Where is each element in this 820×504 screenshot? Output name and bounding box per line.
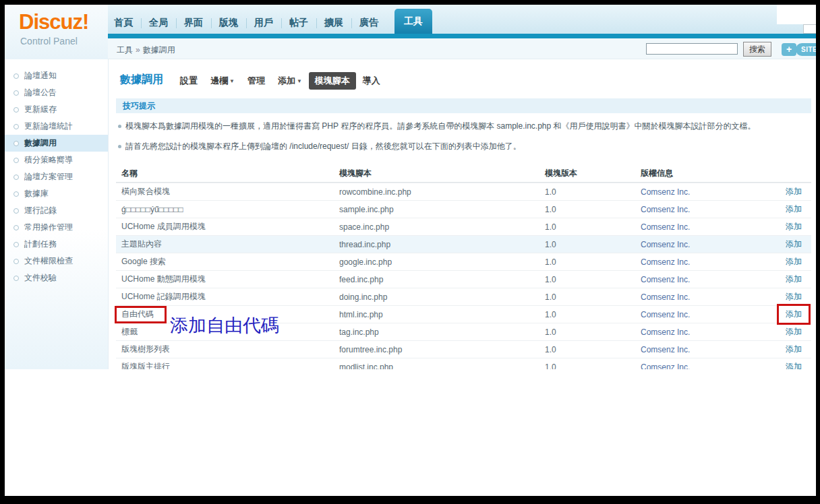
cell-version: 1.0	[545, 327, 641, 337]
cell-script: rowcombine.inc.php	[339, 187, 545, 197]
cell-script: doing.inc.php	[339, 292, 545, 302]
sidebar-item[interactable]: 常用操作管理	[5, 219, 108, 236]
cell-vendor[interactable]: Comsenz Inc.	[641, 363, 742, 370]
breadcrumb: 工具»數據調用	[117, 44, 175, 56]
sidebar-item[interactable]: 計劃任務	[5, 236, 108, 253]
add-link[interactable]: 添加	[742, 291, 811, 303]
add-link[interactable]: 添加	[742, 203, 811, 215]
column-header: 模塊腳本	[339, 168, 545, 179]
add-link[interactable]: 添加	[742, 326, 811, 338]
cell-version: 1.0	[545, 222, 641, 232]
breadcrumb-current: 數據調用	[143, 45, 175, 55]
cell-script: html.inc.php	[339, 310, 545, 319]
cell-vendor[interactable]: Comsenz Inc.	[641, 310, 742, 319]
cell-name: 主題貼內容	[116, 239, 339, 250]
table-row: 橫向聚合模塊rowcombine.inc.php1.0Comsenz Inc.添…	[116, 183, 811, 200]
main-content: 數據調用 設置邊欄▼管理添加▼模塊腳本導入 技巧提示 模塊腳本爲數據調用模塊的一…	[109, 59, 816, 369]
cell-vendor[interactable]: Comsenz Inc.	[641, 327, 742, 337]
search-button[interactable]: 搜索	[743, 42, 771, 57]
sidebar-item[interactable]: 數據庫	[5, 185, 108, 202]
add-link[interactable]: 添加	[742, 361, 811, 369]
nav-tab[interactable]: 帖子	[281, 12, 316, 34]
nav-tab[interactable]: 擴展	[316, 12, 351, 34]
sidebar-item[interactable]: 論壇方案管理	[5, 168, 108, 185]
tip-item: 請首先將您設計的模塊腳本程序上傳到論壇的 /include/request/ 目…	[116, 141, 811, 151]
add-link[interactable]: 添加	[742, 344, 811, 355]
cell-vendor[interactable]: Comsenz Inc.	[641, 240, 742, 249]
menu-item[interactable]: 導入	[357, 72, 386, 90]
menu-item[interactable]: 模塊腳本	[309, 72, 356, 90]
cell-vendor[interactable]: Comsenz Inc.	[641, 222, 742, 232]
cell-script: sample.inc.php	[339, 205, 545, 214]
table-header-row: 名稱模塊腳本模塊版本版權信息	[116, 164, 811, 183]
cell-vendor[interactable]: Comsenz Inc.	[641, 205, 742, 214]
menu-item[interactable]: 管理	[241, 72, 271, 90]
cell-vendor[interactable]: Comsenz Inc.	[641, 275, 742, 284]
sidebar-item[interactable]: 更新論壇統計	[5, 118, 108, 135]
add-link[interactable]: 添加	[742, 274, 811, 285]
table-row: UCHome 動態調用模塊feed.inc.php1.0Comsenz Inc.…	[116, 270, 811, 288]
logo-subtitle: Control Panel	[20, 36, 78, 46]
nav-tab[interactable]: 版塊	[211, 12, 246, 34]
table-row: UCHome 成員調用模塊space.inc.php1.0Comsenz Inc…	[116, 218, 811, 235]
sidebar-item[interactable]: 更新緩存	[5, 101, 108, 118]
add-link[interactable]: 添加	[742, 256, 811, 267]
nav-tab[interactable]: 首頁	[106, 12, 141, 34]
nav-tab[interactable]: 工具	[394, 9, 432, 34]
menu-item-label: 模塊腳本	[315, 75, 350, 86]
menu-item[interactable]: 邊欄▼	[204, 72, 241, 90]
menu-item[interactable]: 設置	[174, 72, 204, 90]
menu-item-label: 邊欄	[210, 75, 228, 86]
cell-version: 1.0	[545, 310, 641, 319]
main-nav: 首頁全局界面版塊用戶帖子擴展廣告工具	[106, 9, 432, 34]
page-title: 數據調用	[120, 73, 163, 87]
menu-item[interactable]: 添加▼	[272, 72, 308, 90]
breadcrumb-bar: 工具»數據調用 搜索 + SITE	[108, 38, 816, 59]
sidebar-item[interactable]: 論壇公告	[5, 84, 108, 101]
cell-vendor[interactable]: Comsenz Inc.	[641, 292, 742, 302]
dropdown-arrow-icon: ▼	[297, 78, 302, 84]
cell-vendor[interactable]: Comsenz Inc.	[641, 345, 742, 354]
sidebar-item[interactable]: 運行記錄	[5, 202, 108, 219]
menu-item-label: 導入	[363, 75, 380, 86]
nav-tab[interactable]: 廣告	[351, 12, 386, 34]
cell-script: thread.inc.php	[339, 240, 545, 249]
logo-panel: Discuz! Control Panel	[5, 5, 108, 59]
table-row: 版塊樹形列表forumtree.inc.php1.0Comsenz Inc.添加	[116, 340, 811, 358]
cell-name: 橫向聚合模塊	[116, 186, 339, 197]
sidebar-item[interactable]: 文件權限檢查	[5, 253, 108, 270]
sidebar-item[interactable]: 數據調用	[5, 135, 108, 152]
sidebar-item[interactable]: 文件校驗	[5, 270, 108, 286]
cell-vendor[interactable]: Comsenz Inc.	[641, 187, 742, 197]
breadcrumb-section[interactable]: 工具	[117, 45, 133, 55]
table-row: Google 搜索google.inc.php1.0Comsenz Inc.添加	[116, 253, 811, 270]
cell-script: space.inc.php	[339, 222, 545, 232]
section-menu: 設置邊欄▼管理添加▼模塊腳本導入	[174, 72, 387, 90]
search-input[interactable]	[646, 43, 738, 55]
cell-version: 1.0	[545, 187, 641, 197]
cell-name: UCHome 記錄調用模塊	[116, 291, 339, 303]
add-link[interactable]: 添加	[742, 186, 811, 197]
table-row: 主題貼內容thread.inc.php1.0Comsenz Inc.添加	[116, 235, 811, 253]
nav-underline-bar	[108, 34, 816, 38]
sidebar-item[interactable]: 積分策略嚮導	[5, 152, 108, 168]
tip-item: 模塊腳本爲數據調用模塊的一種擴展，適用於懂得書寫 PHP 程序的程序員。請參考系…	[116, 121, 811, 131]
nav-tab[interactable]: 用戶	[246, 12, 281, 34]
cell-version: 1.0	[545, 363, 641, 370]
sidebar-item[interactable]: 論壇通知	[5, 67, 108, 84]
module-table: 名稱模塊腳本模塊版本版權信息橫向聚合模塊rowcombine.inc.php1.…	[116, 164, 811, 369]
add-link[interactable]: 添加	[742, 239, 811, 250]
breadcrumb-separator: »	[136, 45, 140, 55]
admin-app: 首頁全局界面版塊用戶帖子擴展廣告工具 Discuz! Control Panel…	[5, 5, 816, 369]
add-site-button[interactable]: +	[782, 43, 796, 56]
cell-version: 1.0	[545, 205, 641, 214]
cell-vendor[interactable]: Comsenz Inc.	[641, 257, 742, 267]
overlay-white-box	[777, 5, 816, 24]
site-button[interactable]: SITE	[796, 43, 816, 56]
column-header: 版權信息	[641, 168, 742, 179]
discuz-logo: Discuz!	[19, 10, 88, 34]
nav-tab[interactable]: 界面	[176, 12, 211, 34]
add-link[interactable]: 添加	[742, 221, 811, 232]
table-row: UCHome 記錄調用模塊doing.inc.php1.0Comsenz Inc…	[116, 288, 811, 305]
nav-tab[interactable]: 全局	[141, 12, 176, 34]
